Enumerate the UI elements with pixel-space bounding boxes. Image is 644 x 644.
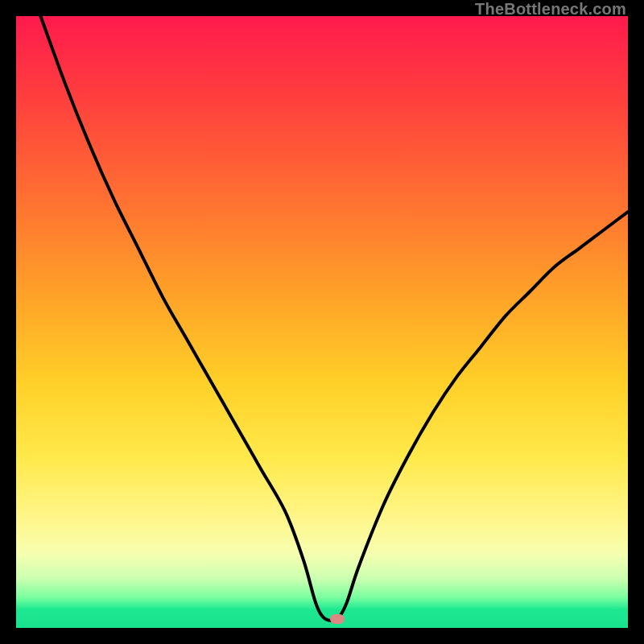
bottleneck-marker [330,614,345,624]
chart-frame: TheBottleneck.com [0,0,644,644]
chart-plot-area [16,16,628,628]
watermark-text: TheBottleneck.com [475,0,626,19]
chart-curve-path [40,16,628,621]
chart-curve-svg [16,16,628,628]
